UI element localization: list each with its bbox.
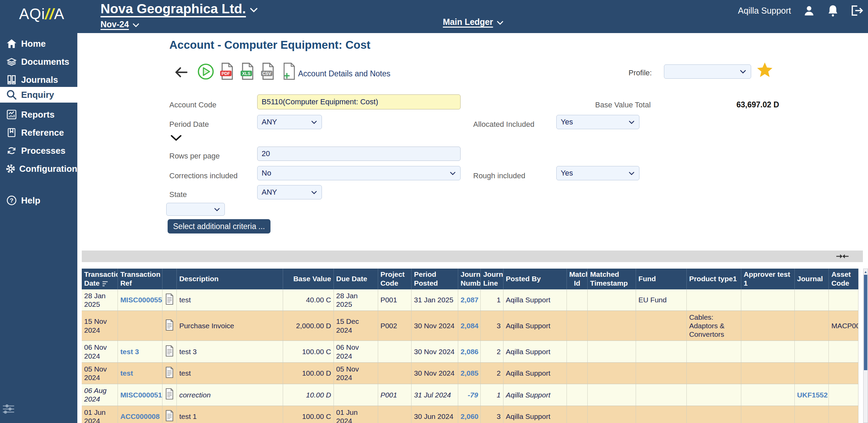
cell-period_posted: 30 Nov 2024 — [412, 311, 458, 341]
cell-description: Purchase Invoice — [177, 311, 283, 341]
add-document-icon[interactable] — [282, 62, 297, 81]
sidebar-item-enquiry[interactable]: Enquiry — [0, 87, 77, 103]
column-header-journal_number[interactable]: Journal Number — [458, 269, 481, 289]
sidebar-item-reports[interactable]: Reports — [0, 107, 77, 122]
cell-matched_timestamp — [588, 362, 636, 384]
ref-link[interactable]: MISC000051 — [120, 391, 162, 399]
logo-text-2: A — [54, 5, 64, 22]
column-header-journal[interactable]: Journal — [794, 269, 829, 289]
rough-included-select[interactable]: Yes — [556, 166, 639, 180]
scroll-up-icon[interactable]: ▲ — [864, 269, 868, 274]
allocated-included-select[interactable]: Yes — [556, 115, 639, 129]
home-icon — [5, 38, 18, 49]
document-icon[interactable] — [162, 384, 176, 406]
account-details-link[interactable]: Account Details and Notes — [298, 69, 390, 78]
cell-product_type1 — [686, 362, 741, 384]
journal_number-link[interactable]: 2,087 — [461, 296, 479, 304]
column-header-fund[interactable]: Fund — [636, 269, 687, 289]
back-arrow-icon[interactable] — [174, 66, 188, 79]
cell-approver_test1 — [741, 362, 794, 384]
column-header-journal_line[interactable]: Journal Line — [481, 269, 503, 289]
company-selector[interactable]: Nova Geographica Ltd. — [100, 1, 258, 16]
column-header-description[interactable]: Description — [177, 269, 283, 289]
journal_number-link[interactable]: 2,086 — [461, 348, 479, 356]
sidebar-item-configuration[interactable]: Configuration — [0, 161, 77, 177]
cell-ref: test 3 — [118, 341, 162, 362]
column-header-base_value[interactable]: Base Value — [283, 269, 334, 289]
sidebar-item-documents[interactable]: Documents — [0, 54, 77, 70]
extra-criteria-select[interactable] — [166, 203, 225, 216]
document-icon[interactable] — [162, 362, 176, 384]
cell-project_code — [378, 341, 412, 362]
column-header-matched_timestamp[interactable]: Matched Timestamp — [588, 269, 636, 289]
account-code-input[interactable] — [257, 94, 461, 109]
chevron-down-icon — [311, 190, 317, 195]
cell-project_code: P002 — [378, 311, 412, 341]
cell-journal_line: 1 — [481, 384, 503, 406]
cell-approver_test1 — [741, 406, 794, 423]
xls-export-icon[interactable]: XLS — [240, 62, 255, 81]
corrections-included-select[interactable]: No — [257, 166, 461, 180]
sidebar-item-help[interactable]: ? Help — [0, 193, 77, 208]
table-scrollbar[interactable]: ▲ — [863, 269, 868, 423]
bell-icon[interactable] — [827, 4, 839, 17]
ref-link[interactable]: test 3 — [120, 348, 139, 356]
user-area: Aqilla Support — [738, 4, 863, 17]
document-icon[interactable] — [162, 289, 176, 311]
ref-link[interactable]: MISC000055 — [120, 296, 162, 304]
column-header-period_posted[interactable]: Period Posted — [412, 269, 458, 289]
expand-criteria-icon[interactable] — [170, 134, 182, 143]
cell-base_value: 100.00 C — [283, 341, 334, 362]
column-header-due_date[interactable]: Due Date — [334, 269, 378, 289]
column-header-match_id[interactable]: Match Id — [567, 269, 587, 289]
rows-per-page-input[interactable] — [257, 147, 461, 161]
cell-product_type1 — [686, 289, 741, 311]
column-header-asset_code[interactable]: Asset Code — [829, 269, 858, 289]
column-header-ref[interactable]: Transaction Ref — [118, 269, 162, 289]
cell-ref: test — [118, 362, 162, 384]
period-selector[interactable]: Nov-24 — [100, 19, 140, 29]
journal_number-link[interactable]: 2,085 — [461, 369, 479, 377]
journal_number-link[interactable]: 2,060 — [461, 412, 479, 420]
journal_number-link[interactable]: 2,084 — [461, 322, 479, 330]
sidebar-item-home[interactable]: Home — [0, 36, 77, 51]
aqilla-logo[interactable]: AQi//A — [19, 5, 64, 22]
cell-description: test — [177, 362, 283, 384]
state-select[interactable]: ANY — [257, 185, 322, 199]
column-header-doc[interactable] — [162, 269, 176, 289]
ref-link[interactable]: test — [120, 369, 133, 377]
column-header-approver_test1[interactable]: Approver test 1 — [741, 269, 794, 289]
document-icon[interactable] — [162, 311, 176, 341]
profile-select[interactable] — [664, 64, 751, 79]
csv-export-icon[interactable]: CSV — [260, 62, 276, 81]
ledger-selector[interactable]: Main Ledger — [443, 17, 504, 27]
sliders-icon[interactable] — [2, 404, 15, 416]
sidebar-item-reference[interactable]: Reference — [0, 125, 77, 140]
pdf-export-icon[interactable]: PDF — [219, 62, 235, 81]
cell-asset_code — [829, 289, 858, 311]
journal_number-link[interactable]: -79 — [468, 391, 478, 399]
run-icon[interactable] — [197, 63, 214, 81]
sidebar-item-processes[interactable]: Processes — [0, 143, 77, 158]
cell-journal_number: -79 — [458, 384, 481, 406]
select-additional-criteria-button[interactable]: Select additional criteria ... — [168, 219, 270, 233]
chevron-down-icon — [628, 120, 635, 124]
logout-icon[interactable] — [850, 4, 863, 17]
user-icon[interactable] — [803, 4, 816, 17]
column-header-posted_by[interactable]: Posted By — [503, 269, 567, 289]
journal-link[interactable]: UKF1552 — [797, 391, 828, 399]
period-date-select[interactable]: ANY — [257, 115, 322, 129]
star-icon[interactable] — [756, 61, 774, 80]
scrollbar-thumb[interactable] — [864, 275, 867, 370]
column-header-project_code[interactable]: Project Code — [378, 269, 412, 289]
collapse-columns-icon[interactable] — [836, 252, 849, 262]
ref-link[interactable]: ACC000008 — [120, 412, 160, 420]
document-icon[interactable] — [162, 406, 176, 423]
cell-matched_timestamp — [588, 311, 636, 341]
cell-posted_by: Aqilla Support — [503, 362, 567, 384]
document-icon[interactable] — [162, 341, 176, 362]
column-header-product_type1[interactable]: Product type1 — [686, 269, 741, 289]
state-label: State — [169, 190, 187, 199]
sidebar-item-journals[interactable]: Journals — [0, 72, 77, 88]
column-header-date[interactable]: Transaction Date — [82, 269, 118, 289]
